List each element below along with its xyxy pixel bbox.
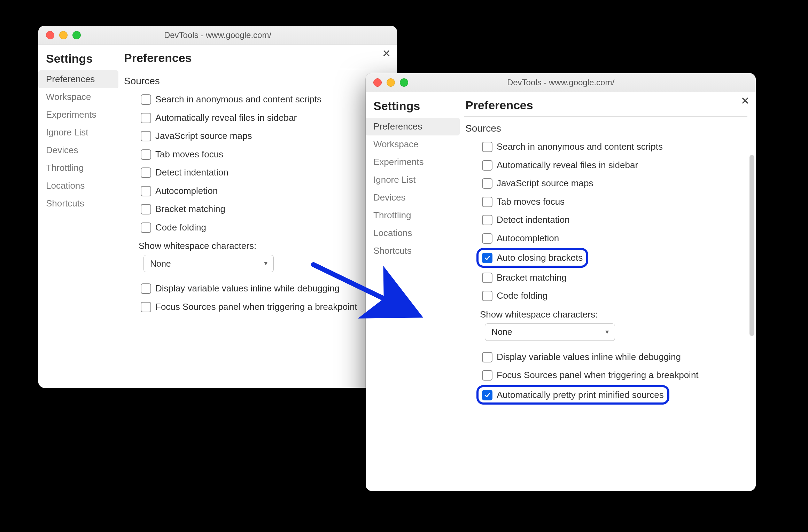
checkbox-label: Autocompletion [155,185,218,197]
section-title: Sources [123,76,389,90]
sidebar-item-devices[interactable]: Devices [366,189,460,206]
checkbox[interactable] [482,142,492,152]
close-icon[interactable] [46,31,54,39]
checkbox-label: Detect indentation [155,167,228,178]
trailing-options-list: Display variable values inline while deb… [464,341,747,405]
stage: DevTools - www.google.com/ ✕ Settings Pr… [0,0,808,532]
checkbox[interactable] [482,160,492,171]
checkbox[interactable] [141,113,151,123]
settings-sidebar: Settings PreferencesWorkspaceExperiments… [366,92,460,491]
whitespace-value: None [150,259,171,269]
checkbox[interactable] [482,273,492,283]
whitespace-select[interactable]: None ▼ [485,323,615,341]
checkbox-option[interactable]: Automatically pretty print minified sour… [476,385,669,405]
settings-main: Preferences Sources Search in anonymous … [460,92,756,491]
minimize-icon[interactable] [59,31,68,39]
checkbox-option[interactable]: Code folding [480,287,747,305]
sidebar-item-workspace[interactable]: Workspace [366,135,460,153]
minimize-icon[interactable] [387,78,395,87]
checkbox[interactable] [482,178,492,189]
checkbox-label: Focus Sources panel when triggering a br… [497,369,699,381]
checkbox[interactable] [141,186,151,196]
whitespace-select[interactable]: None ▼ [143,255,274,272]
zoom-icon[interactable] [72,31,81,39]
checkbox-option[interactable]: Search in anonymous and content scripts [480,138,747,156]
sidebar-item-shortcuts[interactable]: Shortcuts [366,242,460,260]
settings-main: Preferences Sources Search in anonymous … [118,45,397,388]
checkbox[interactable] [141,94,151,105]
checkbox[interactable] [482,233,492,244]
checkbox[interactable] [482,253,492,263]
checkbox-option[interactable]: Tab moves focus [139,145,389,164]
checkbox-option[interactable]: Automatically reveal files in sidebar [480,156,747,174]
checkbox[interactable] [141,149,151,160]
checkbox-label: Automatically reveal files in sidebar [497,159,638,171]
checkbox[interactable] [141,302,151,312]
checkbox[interactable] [141,167,151,178]
devtools-window-after: DevTools - www.google.com/ ✕ Settings Pr… [366,73,756,491]
close-panel-icon[interactable]: ✕ [741,96,749,106]
sidebar-title: Settings [366,98,460,118]
checkbox-option[interactable]: Search in anonymous and content scripts [139,90,389,109]
section-title: Sources [464,123,747,138]
checkbox[interactable] [482,352,492,362]
checkbox[interactable] [141,283,151,294]
scrollbar[interactable] [749,155,754,336]
checkbox-option[interactable]: Autocompletion [480,229,747,248]
checkbox[interactable] [141,222,151,233]
sidebar-item-preferences[interactable]: Preferences [38,70,118,88]
checkbox-option[interactable]: Bracket matching [480,268,747,287]
close-panel-icon[interactable]: ✕ [382,48,391,59]
checkbox-option[interactable]: Autocompletion [139,182,389,200]
close-icon[interactable] [373,78,382,87]
traffic-lights [38,31,81,39]
checkbox-option[interactable]: JavaScript source maps [480,174,747,193]
sidebar-item-locations[interactable]: Locations [366,224,460,242]
chevron-down-icon: ▼ [604,329,610,335]
checkbox-option[interactable]: Detect indentation [139,163,389,182]
checkbox-label: Tab moves focus [497,196,565,208]
sidebar-item-devices[interactable]: Devices [38,141,118,159]
trailing-options-list: Display variable values inline while deb… [123,272,389,316]
sidebar-item-experiments[interactable]: Experiments [366,153,460,171]
sidebar-item-throttling[interactable]: Throttling [38,159,118,177]
checkbox-option[interactable]: Auto closing brackets [476,248,588,268]
sidebar-item-experiments[interactable]: Experiments [38,106,118,124]
checkbox[interactable] [482,215,492,225]
sidebar-item-locations[interactable]: Locations [38,177,118,195]
checkbox[interactable] [141,131,151,141]
checkbox-option[interactable]: Code folding [139,218,389,237]
checkbox[interactable] [482,197,492,207]
sidebar-item-workspace[interactable]: Workspace [38,88,118,106]
checkbox-option[interactable]: Automatically reveal files in sidebar [139,109,389,127]
checkbox-option[interactable]: Display variable values inline while deb… [480,348,747,366]
checkbox-option[interactable]: JavaScript source maps [139,127,389,145]
sidebar-item-shortcuts[interactable]: Shortcuts [38,195,118,212]
checkbox-label: Tab moves focus [155,149,223,160]
sidebar-item-throttling[interactable]: Throttling [366,206,460,224]
sidebar-item-preferences[interactable]: Preferences [366,118,460,135]
checkbox[interactable] [141,204,151,214]
checkbox-option[interactable]: Focus Sources panel when triggering a br… [139,298,389,316]
sidebar-item-ignore-list[interactable]: Ignore List [366,171,460,189]
checkbox-label: Search in anonymous and content scripts [155,94,321,105]
checkbox-option[interactable]: Tab moves focus [480,193,747,211]
checkbox-label: Automatically pretty print minified sour… [497,389,664,401]
devtools-window-before: DevTools - www.google.com/ ✕ Settings Pr… [38,26,397,388]
checkbox-label: Bracket matching [155,203,225,215]
checkbox[interactable] [482,370,492,381]
options-list: Search in anonymous and content scriptsA… [123,90,389,236]
content: ✕ Settings PreferencesWorkspaceExperimen… [366,92,756,491]
checkbox-option[interactable]: Display variable values inline while deb… [139,279,389,298]
checkbox-option[interactable]: Detect indentation [480,211,747,229]
main-title: Preferences [464,97,747,117]
chevron-down-icon: ▼ [263,260,269,267]
checkbox-option[interactable]: Bracket matching [139,200,389,218]
whitespace-value: None [491,327,512,337]
checkbox-option[interactable]: Focus Sources panel when triggering a br… [480,366,747,384]
whitespace-label: Show whitespace characters: [464,305,747,323]
sidebar-item-ignore-list[interactable]: Ignore List [38,124,118,141]
zoom-icon[interactable] [400,78,408,87]
checkbox[interactable] [482,291,492,301]
checkbox[interactable] [482,390,492,400]
